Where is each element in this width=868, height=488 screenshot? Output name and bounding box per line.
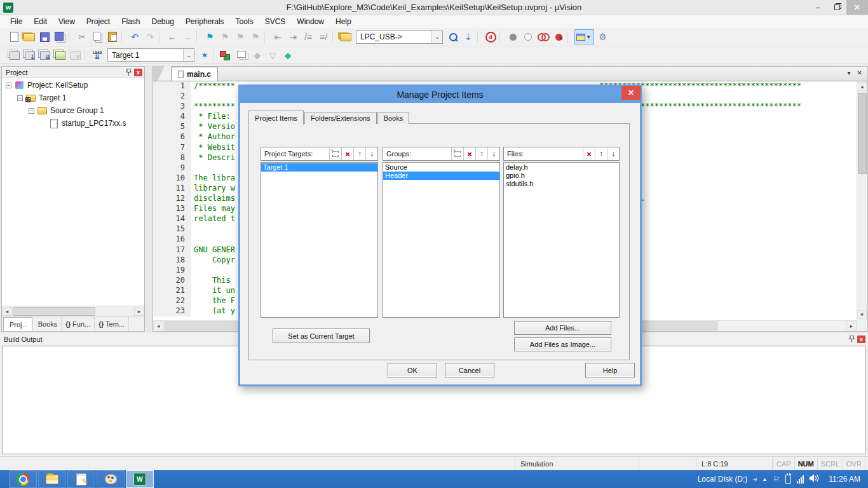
menu-item[interactable]: Window: [292, 16, 329, 27]
incremental-find-icon[interactable]: ⇣: [461, 30, 476, 44]
menu-item[interactable]: Flash: [116, 16, 145, 27]
new-group-button[interactable]: [451, 147, 463, 160]
dialog-tab[interactable]: Folders/Extensions: [304, 112, 377, 124]
scroll-right-icon[interactable]: ▸: [134, 307, 144, 316]
project-panel-hscrollbar[interactable]: ◂ ▸: [2, 306, 144, 316]
move-group-up-button[interactable]: [475, 147, 487, 160]
set-as-current-target-button[interactable]: Set as Current Target: [273, 329, 370, 343]
dialog-tab[interactable]: Books: [377, 112, 410, 124]
debug-windows-dropdown[interactable]: ▾: [574, 29, 594, 44]
rebuild-all-icon[interactable]: [37, 48, 52, 62]
taskbar-explorer-icon[interactable]: [38, 470, 66, 488]
delete-group-button[interactable]: ×: [463, 147, 475, 160]
menu-item[interactable]: SVCS: [260, 16, 291, 27]
help-button[interactable]: Help: [585, 363, 635, 377]
stop-build-icon[interactable]: [67, 48, 83, 62]
list-item[interactable]: Header: [383, 172, 499, 180]
list-item[interactable]: gpio.h: [504, 172, 619, 180]
move-target-up-button[interactable]: [353, 147, 365, 160]
menu-item[interactable]: View: [53, 16, 80, 27]
network-signal-icon[interactable]: [797, 475, 804, 484]
filter-packs-icon[interactable]: ▽: [265, 48, 280, 62]
scroll-left-icon[interactable]: ◂: [153, 322, 163, 330]
close-button[interactable]: ✕: [846, 0, 868, 15]
paste-icon[interactable]: [105, 30, 120, 44]
uncomment-icon[interactable]: ≡/: [316, 30, 331, 44]
taskbar-keil-icon[interactable]: W: [126, 470, 154, 488]
build-icon[interactable]: [22, 48, 37, 62]
move-group-down-button[interactable]: [487, 147, 499, 160]
software-packs-icon[interactable]: ◆: [250, 48, 265, 62]
configuration-wrench-icon[interactable]: ⚙: [595, 30, 611, 44]
scroll-down-icon[interactable]: ▾: [857, 310, 867, 319]
list-item[interactable]: Target 1: [261, 163, 377, 172]
menu-item[interactable]: Tools: [231, 16, 259, 27]
prev-bookmark-icon[interactable]: ⚑: [217, 30, 233, 44]
restore-button[interactable]: [827, 0, 846, 15]
scroll-left-icon[interactable]: ◂: [2, 307, 12, 316]
kill-breakpoints-icon[interactable]: [551, 30, 566, 44]
find-in-files-icon[interactable]: [445, 30, 461, 44]
project-tab-icon[interactable]: Proj...: [3, 317, 32, 331]
clear-bookmarks-icon[interactable]: ⚑: [248, 30, 263, 44]
open-folder-icon[interactable]: [22, 30, 37, 44]
insert-breakpoint-icon[interactable]: [505, 30, 520, 44]
combobox-dropdown-icon[interactable]: ⌄: [431, 31, 442, 43]
new-target-button[interactable]: [329, 147, 341, 160]
unindent-icon[interactable]: ⇤: [270, 30, 285, 44]
pin-icon[interactable]: [125, 69, 132, 76]
templates-tab-icon[interactable]: {} Tem...: [95, 317, 129, 331]
dialog-tab[interactable]: Project Items: [248, 111, 304, 125]
tray-chevrons-icon[interactable]: »: [751, 475, 759, 483]
cancel-button[interactable]: Cancel: [445, 363, 494, 377]
menu-item[interactable]: Project: [81, 16, 115, 27]
enable-breakpoint-icon[interactable]: [520, 30, 536, 44]
action-center-flag-icon[interactable]: ⚐: [773, 475, 780, 484]
translate-file-icon[interactable]: [6, 48, 22, 62]
list-item[interactable]: delay.h: [504, 163, 619, 172]
groups-list[interactable]: SourceHeader: [383, 162, 500, 318]
cut-icon[interactable]: ✂: [74, 30, 90, 44]
functions-tab-icon[interactable]: {} Fun...: [62, 317, 95, 331]
comment-icon[interactable]: /≡: [301, 30, 316, 44]
delete-target-button[interactable]: ×: [341, 147, 353, 160]
scroll-up-icon[interactable]: ▴: [858, 82, 867, 91]
project-targets-list[interactable]: Target 1: [261, 162, 378, 318]
taskbar-chrome-icon[interactable]: [9, 470, 37, 488]
list-item[interactable]: Source: [383, 163, 499, 172]
save-all-icon[interactable]: [52, 30, 67, 44]
copy-icon[interactable]: [90, 30, 105, 44]
combobox-dropdown-icon[interactable]: ⌄: [183, 49, 194, 61]
add-files-as-image-button[interactable]: Add Files as Image...: [514, 337, 611, 351]
scroll-thumb[interactable]: [858, 93, 867, 174]
delete-file-button[interactable]: ×: [583, 147, 595, 160]
editor-vscrollbar[interactable]: ▴ ▾: [857, 81, 867, 320]
tree-expander-icon[interactable]: −: [17, 95, 23, 101]
search-combobox[interactable]: LPC_USB-> ⌄: [356, 30, 443, 44]
tree-expander-icon[interactable]: −: [6, 83, 11, 88]
toggle-bookmark-icon[interactable]: ⚑: [202, 30, 217, 44]
menu-item[interactable]: Help: [330, 16, 356, 27]
tree-item[interactable]: startup_LPC17xx.s: [2, 117, 144, 130]
next-bookmark-icon[interactable]: ⚑: [233, 30, 248, 44]
navigate-back-icon[interactable]: ←: [165, 30, 180, 44]
new-file-icon[interactable]: [6, 30, 22, 44]
download-load-icon[interactable]: [90, 48, 105, 62]
menu-item[interactable]: Debug: [147, 16, 179, 27]
tray-disk-label[interactable]: Local Disk (D:): [698, 475, 748, 484]
scroll-right-icon[interactable]: ▸: [846, 322, 857, 330]
multi-project-workspace-icon[interactable]: [234, 48, 250, 62]
show-hidden-icons-icon[interactable]: ▲: [763, 477, 768, 482]
taskbar-paint-icon[interactable]: [97, 470, 125, 488]
navigate-forward-icon[interactable]: →: [180, 30, 195, 44]
pack-installer-icon[interactable]: ◆: [280, 48, 295, 62]
panel-splitter[interactable]: [145, 66, 153, 332]
list-item[interactable]: stdutils.h: [504, 180, 619, 188]
redo-icon[interactable]: ↷: [142, 30, 158, 44]
tree-item[interactable]: − Project: KeilSetup: [2, 79, 144, 92]
batch-build-icon[interactable]: [52, 48, 67, 62]
books-tab-icon[interactable]: Books: [32, 317, 62, 331]
power-plug-icon[interactable]: [785, 475, 791, 484]
tree-item[interactable]: − Target 1: [2, 92, 144, 104]
minimize-button[interactable]: –: [808, 0, 827, 15]
